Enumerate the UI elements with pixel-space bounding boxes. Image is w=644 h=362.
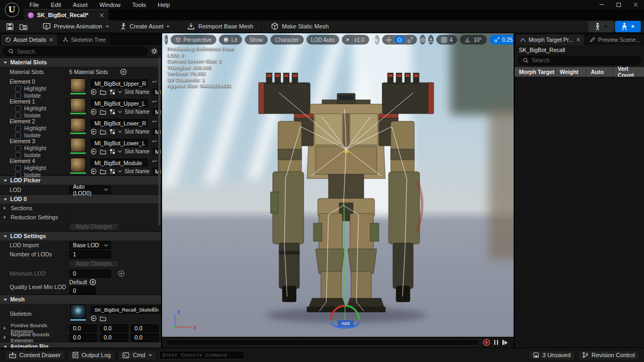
negative-bounds-expander[interactable]: Negative Bounds Extension (0, 333, 67, 342)
tab-close-icon[interactable] (576, 38, 580, 42)
minimize-button[interactable] (597, 1, 606, 8)
record-button[interactable] (483, 339, 490, 346)
details-search-input[interactable] (3, 47, 148, 56)
skeleton-mode-button[interactable]: ★ (588, 21, 614, 32)
highlight-checkbox[interactable] (15, 125, 21, 131)
console-command-input[interactable] (159, 351, 245, 359)
category-material-slots[interactable]: Material Slots (0, 57, 161, 67)
use-selected-icon[interactable] (91, 315, 97, 321)
material-name-field[interactable]: MI_BigBot_Upper_L (91, 99, 148, 107)
bounds-z-field[interactable]: 0.0 (131, 334, 159, 342)
minimum-lod-field[interactable]: 0 (69, 270, 111, 278)
reset-to-default-icon[interactable]: ↩ (150, 78, 159, 85)
perspective-button[interactable]: Perspective (171, 35, 216, 45)
browse-icon[interactable] (100, 169, 106, 174)
grid-snap-button[interactable]: 4 (436, 35, 458, 45)
category-mesh[interactable]: Mesh (0, 294, 161, 304)
lit-mode-button[interactable]: Lit (219, 35, 242, 45)
material-name-field[interactable]: MI_BigBot_Lower_L (91, 139, 148, 147)
morph-search-input[interactable] (518, 56, 641, 65)
material-thumbnail[interactable] (70, 158, 86, 174)
reset-to-default-icon[interactable]: ↩ (150, 118, 159, 124)
browse-to-asset-button[interactable] (17, 21, 30, 32)
add-material-slot-icon[interactable] (120, 69, 127, 75)
cmd-selector-button[interactable]: Cmd (118, 350, 156, 360)
column-morph-target[interactable]: Morph Target (515, 67, 555, 77)
timeline-scrubber[interactable] (166, 339, 479, 346)
lod-auto-button[interactable]: LOD Auto (306, 35, 339, 45)
preview-viewport[interactable]: root ≡ Perspective Lit Show Character LO… (162, 33, 514, 348)
menu-help[interactable]: Help (152, 2, 176, 8)
tab-morph-target-preview[interactable]: Morph Target Pr... (516, 34, 584, 45)
asset-tab[interactable]: SK_BigBot_Recall* (24, 9, 108, 20)
highlight-checkbox[interactable] (15, 145, 21, 151)
material-options-icon[interactable] (109, 149, 115, 154)
add-override-icon[interactable] (118, 270, 125, 277)
tab-preview-scene-settings[interactable]: Preview Scene... (586, 34, 644, 45)
maximize-button[interactable] (614, 1, 624, 8)
chevron-down-icon[interactable] (118, 90, 122, 93)
material-name-field[interactable]: MI_BigBot_Lower_R (91, 119, 148, 127)
playback-speed-button[interactable]: x1.0 (342, 35, 369, 45)
tab-close-icon[interactable] (99, 13, 104, 18)
quality-min-lod-field[interactable]: 0 (69, 286, 96, 294)
reset-to-default-icon[interactable]: ↩ (150, 138, 159, 144)
morph-target-list[interactable] (515, 77, 644, 348)
chevron-down-icon[interactable] (118, 169, 122, 173)
menu-window[interactable]: Window (93, 2, 126, 8)
settings-gear-icon[interactable] (151, 48, 158, 55)
highlight-checkbox[interactable] (15, 86, 21, 92)
material-name-field[interactable]: MI_BigBot_Module (91, 159, 148, 167)
material-thumbnail[interactable] (70, 118, 86, 134)
revision-control-button[interactable]: Revision Control (577, 350, 640, 360)
tab-skeleton-tree[interactable]: Skeleton Tree (58, 34, 110, 45)
rotate-tool-button[interactable] (394, 36, 405, 43)
sections-expander[interactable]: Sections (0, 204, 67, 212)
move-tool-button[interactable] (384, 36, 394, 43)
step-forward-button[interactable] (502, 340, 510, 345)
browse-icon[interactable] (100, 109, 106, 115)
scale-tool-button[interactable] (405, 36, 415, 43)
create-asset-button[interactable]: Create Asset (115, 21, 175, 32)
character-menu-button[interactable]: Character (270, 35, 304, 45)
material-thumbnail[interactable] (70, 98, 86, 114)
chevron-down-icon[interactable] (118, 129, 122, 133)
column-weight[interactable]: Weight (555, 67, 587, 77)
preview-animation-button[interactable]: Preview Animation (38, 21, 114, 32)
category-lod-settings[interactable]: LOD Settings (0, 231, 161, 240)
make-static-mesh-button[interactable]: Make Static Mesh (266, 21, 333, 32)
lod-dropdown[interactable]: Auto (LOD0) (69, 186, 111, 194)
apply-changes-button[interactable]: Apply Changes (69, 260, 119, 268)
viewport-options-button[interactable]: ≡ (165, 35, 168, 45)
column-auto[interactable]: Auto (587, 67, 613, 77)
unsaved-assets-button[interactable]: 3 Unsaved (528, 350, 576, 360)
save-button[interactable] (3, 21, 16, 32)
lod-import-dropdown[interactable]: Base LOD (69, 241, 111, 249)
bounds-y-field[interactable]: 0.0 (100, 334, 128, 342)
use-selected-icon[interactable] (91, 168, 97, 174)
material-options-icon[interactable] (109, 109, 115, 115)
content-drawer-button[interactable]: Content Drawer (4, 350, 65, 360)
chevron-down-icon[interactable] (118, 109, 122, 113)
select-tool-button[interactable] (375, 35, 379, 45)
use-selected-icon[interactable] (91, 89, 97, 95)
material-options-icon[interactable] (109, 89, 115, 95)
browse-icon[interactable] (100, 316, 106, 321)
highlight-checkbox[interactable] (15, 165, 21, 171)
material-options-icon[interactable] (109, 168, 115, 174)
menu-asset[interactable]: Asset (67, 2, 94, 8)
pause-button[interactable] (494, 340, 499, 345)
reduction-settings-expander[interactable]: Reduction Settings (0, 213, 67, 221)
material-name-field[interactable]: MI_BigBot_Upper_R (91, 79, 148, 87)
use-selected-icon[interactable] (91, 109, 97, 115)
menu-edit[interactable]: Edit (45, 2, 67, 8)
close-button[interactable] (631, 1, 641, 8)
world-coordinate-button[interactable] (420, 35, 426, 45)
highlight-checkbox[interactable] (15, 106, 21, 112)
browse-icon[interactable] (100, 90, 106, 95)
reimport-base-mesh-button[interactable]: Reimport Base Mesh (182, 21, 258, 32)
use-selected-icon[interactable] (91, 129, 97, 135)
material-thumbnail[interactable] (70, 78, 86, 94)
browse-icon[interactable] (100, 149, 106, 154)
bounds-x-field[interactable]: 0.0 (69, 334, 97, 342)
